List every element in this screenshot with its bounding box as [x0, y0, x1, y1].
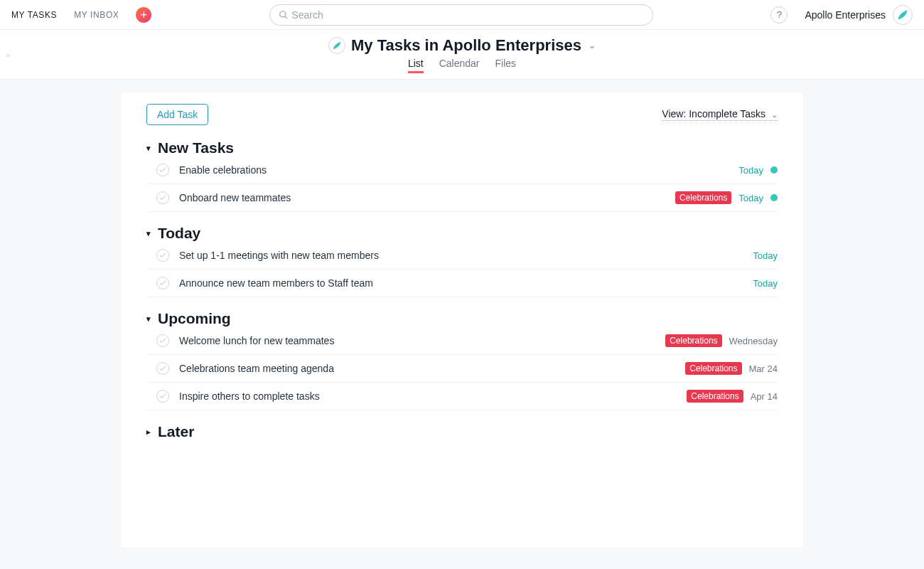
check-icon	[159, 338, 166, 344]
task-meta: CelebrationsMar 24	[685, 362, 778, 375]
task-meta: Today	[738, 165, 778, 176]
task-due: Today	[738, 165, 763, 176]
task-row[interactable]: Welcome lunch for new teammatesCelebrati…	[146, 327, 778, 355]
triangle-down-icon: ▾	[146, 314, 155, 324]
project-title-text: My Tasks in Apollo Enterprises	[351, 36, 581, 55]
task-row[interactable]: Onboard new teammatesCelebrationsToday	[146, 184, 778, 212]
complete-checkbox[interactable]	[156, 334, 169, 347]
task-row[interactable]: Celebrations team meeting agendaCelebrat…	[146, 355, 778, 383]
quick-add-button[interactable]: +	[136, 7, 151, 23]
check-icon	[159, 393, 166, 399]
task-tag[interactable]: Celebrations	[685, 362, 741, 375]
task-row[interactable]: Enable celebrationsToday	[146, 156, 778, 184]
section-header[interactable]: ▸Later	[146, 423, 778, 440]
nav-my-inbox[interactable]: MY INBOX	[74, 10, 119, 20]
plus-icon: +	[141, 9, 147, 21]
tab-list[interactable]: List	[408, 58, 424, 73]
task-meta: CelebrationsWednesday	[665, 334, 778, 347]
section: ▸Later	[146, 423, 778, 440]
view-tabs: List Calendar Files	[408, 58, 516, 73]
tab-files[interactable]: Files	[495, 58, 517, 73]
task-row[interactable]: Announce new team members to Staff teamT…	[146, 270, 778, 297]
triangle-right-icon: ▸	[146, 427, 155, 437]
check-icon	[159, 195, 166, 201]
section-name: Upcoming	[158, 310, 231, 327]
task-due: Today	[753, 250, 778, 261]
task-meta: CelebrationsApr 14	[687, 390, 778, 403]
complete-checkbox[interactable]	[156, 249, 169, 262]
search-box[interactable]	[269, 4, 653, 26]
task-title: Inspire others to complete tasks	[179, 390, 687, 402]
view-filter[interactable]: View: Incomplete Tasks ⌄	[662, 108, 778, 121]
task-row[interactable]: Inspire others to complete tasksCelebrat…	[146, 383, 778, 410]
search-input[interactable]	[291, 9, 644, 21]
complete-checkbox[interactable]	[156, 362, 169, 375]
tab-calendar[interactable]: Calendar	[439, 58, 480, 73]
avatar[interactable]	[893, 5, 913, 25]
add-task-button[interactable]: Add Task	[146, 104, 208, 125]
task-title: Set up 1-1 meetings with new team member…	[179, 250, 753, 261]
task-title: Announce new team members to Staff team	[179, 277, 753, 289]
complete-checkbox[interactable]	[156, 277, 169, 289]
sidebar-expand-icon[interactable]: »	[6, 50, 10, 59]
task-meta: Today	[753, 250, 778, 261]
svg-point-0	[280, 11, 286, 16]
check-icon	[159, 167, 166, 173]
section: ▾UpcomingWelcome lunch for new teammates…	[146, 310, 778, 410]
section-header[interactable]: ▾Today	[146, 225, 778, 242]
project-icon	[328, 37, 345, 54]
workspace-switcher[interactable]: Apollo Enterprises	[805, 5, 913, 25]
task-due: Mar 24	[749, 363, 778, 374]
task-panel: Add Task View: Incomplete Tasks ⌄ ▾New T…	[121, 92, 803, 548]
triangle-down-icon: ▾	[146, 229, 155, 238]
svg-line-1	[285, 16, 287, 18]
chevron-down-icon: ⌄	[771, 110, 778, 119]
task-due: Wednesday	[729, 336, 778, 346]
task-tag[interactable]: Celebrations	[675, 191, 731, 204]
section-name: Later	[158, 423, 194, 440]
task-meta: CelebrationsToday	[675, 191, 778, 204]
workspace-name: Apollo Enterprises	[805, 9, 886, 21]
unicorn-icon	[896, 8, 910, 22]
section-header[interactable]: ▾New Tasks	[146, 139, 778, 156]
section: ▾TodaySet up 1-1 meetings with new team …	[146, 225, 778, 297]
check-icon	[159, 366, 166, 371]
complete-checkbox[interactable]	[156, 191, 169, 204]
task-meta: Today	[753, 278, 778, 289]
content-background: Add Task View: Incomplete Tasks ⌄ ▾New T…	[0, 80, 924, 569]
complete-checkbox[interactable]	[156, 164, 169, 176]
task-due: Today	[753, 278, 778, 289]
view-filter-label: View: Incomplete Tasks	[662, 108, 765, 119]
task-title: Celebrations team meeting agenda	[179, 363, 685, 374]
section-name: Today	[158, 225, 200, 242]
project-dot-icon[interactable]	[770, 194, 778, 201]
task-tag[interactable]: Celebrations	[687, 390, 743, 403]
chevron-down-icon: ⌄	[589, 41, 596, 50]
task-title: Enable celebrations	[179, 164, 738, 176]
section: ▾New TasksEnable celebrationsTodayOnboar…	[146, 139, 778, 212]
nav-my-tasks[interactable]: MY TASKS	[11, 10, 57, 20]
triangle-down-icon: ▾	[146, 144, 155, 153]
project-dot-icon[interactable]	[770, 166, 778, 174]
task-due: Today	[738, 193, 763, 203]
search-icon	[279, 10, 289, 20]
project-header: » My Tasks in Apollo Enterprises ⌄ List …	[0, 30, 924, 80]
help-button[interactable]: ?	[770, 6, 788, 23]
check-icon	[159, 252, 166, 258]
check-icon	[159, 280, 166, 286]
task-title: Onboard new teammates	[179, 192, 675, 203]
task-due: Apr 14	[751, 391, 778, 402]
topbar: MY TASKS MY INBOX + ? Apollo Enterprises	[0, 0, 924, 30]
task-title: Welcome lunch for new teammates	[179, 335, 665, 346]
complete-checkbox[interactable]	[156, 390, 169, 403]
section-name: New Tasks	[158, 139, 234, 156]
project-title[interactable]: My Tasks in Apollo Enterprises ⌄	[328, 36, 596, 55]
task-tag[interactable]: Celebrations	[665, 334, 721, 347]
task-row[interactable]: Set up 1-1 meetings with new team member…	[146, 242, 778, 270]
section-header[interactable]: ▾Upcoming	[146, 310, 778, 327]
